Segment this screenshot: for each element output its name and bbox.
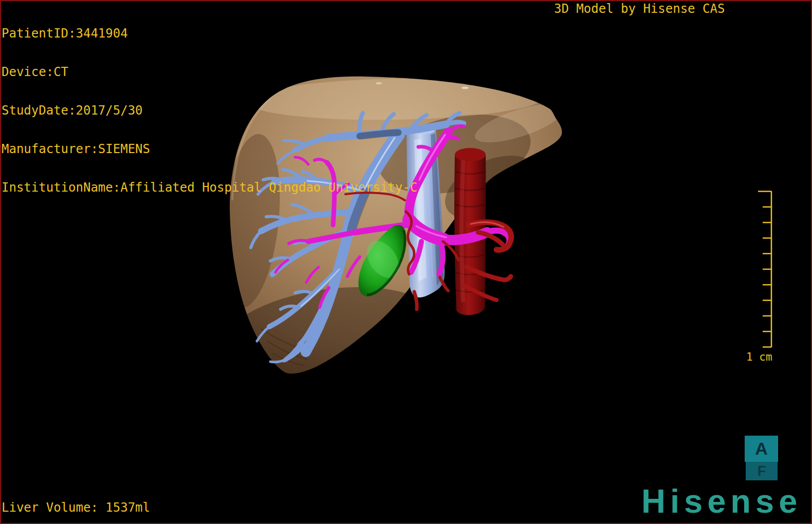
orientation-face-foot: F (746, 462, 778, 480)
ruler-label: 1 cm (746, 351, 772, 363)
orientation-face-anterior: A (745, 436, 778, 462)
device-line: Device:CT (2, 66, 417, 79)
patient-info-block: PatientID:3441904 Device:CT StudyDate:20… (2, 2, 417, 220)
institution-line: InstitutionName:Affiliated Hospital Qing… (2, 181, 417, 194)
manufacturer-line: Manufacturer:SIEMENS (2, 143, 417, 156)
orientation-letter-f: F (758, 463, 766, 479)
liver-volume-readout: Liver Volume: 1537ml (2, 501, 150, 514)
scale-ruler-ticks (758, 192, 771, 347)
scale-ruler (758, 191, 771, 347)
viewer-screen: 1 cm PatientID:3441904 Device:CT StudyDa… (0, 0, 812, 524)
orientation-letter-a: A (755, 439, 768, 459)
patient-id-line: PatientID:3441904 (2, 27, 417, 40)
hisense-logo: Hisense (641, 483, 812, 520)
viewer-title: 3D Model by Hisense CAS (554, 3, 725, 15)
study-date-line: StudyDate:2017/5/30 (2, 104, 417, 117)
